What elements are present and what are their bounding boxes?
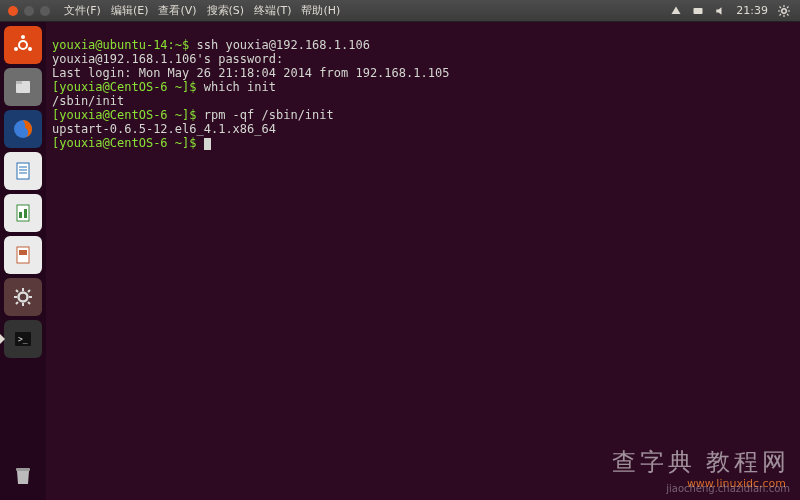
prompt-remote-2: [youxia@CentOS-6 ~]$ (52, 108, 197, 122)
watermark-large: 查字典 教程网 (612, 446, 790, 478)
launcher-writer[interactable] (4, 152, 42, 190)
cursor-icon (204, 138, 211, 150)
app-menus: 文件(F) 编辑(E) 查看(V) 搜索(S) 终端(T) 帮助(H) (58, 3, 340, 18)
menu-view[interactable]: 查看(V) (158, 3, 196, 18)
maximize-icon[interactable] (40, 6, 50, 16)
out-rpm: upstart-0.6.5-12.el6_4.1.x86_64 (52, 122, 276, 136)
cmd-which: which init (197, 80, 276, 94)
cmd-ssh: ssh youxia@192.168.1.106 (189, 38, 370, 52)
svg-rect-9 (17, 163, 29, 179)
cmd-rpm: rpm -qf /sbin/init (197, 108, 334, 122)
launcher-settings[interactable] (4, 278, 42, 316)
launcher-firefox[interactable] (4, 110, 42, 148)
svg-point-18 (19, 293, 28, 302)
system-tray: 21:39 (670, 4, 800, 17)
launcher-dash[interactable] (4, 26, 42, 64)
launcher-files[interactable] (4, 68, 42, 106)
svg-text:>_: >_ (18, 335, 28, 344)
svg-point-4 (14, 47, 18, 51)
minimize-icon[interactable] (24, 6, 34, 16)
close-icon[interactable] (8, 6, 18, 16)
password-prompt: youxia@192.168.1.106's password: (52, 52, 283, 66)
watermark-small: jiaocheng.chazidian.com (666, 483, 790, 494)
svg-point-2 (19, 41, 27, 49)
menu-file[interactable]: 文件(F) (64, 3, 101, 18)
window-controls (0, 6, 58, 16)
launcher-trash[interactable] (4, 456, 42, 494)
menu-help[interactable]: 帮助(H) (301, 3, 340, 18)
menu-edit[interactable]: 编辑(E) (111, 3, 149, 18)
out-which: /sbin/init (52, 94, 124, 108)
svg-point-3 (21, 35, 25, 39)
svg-rect-21 (16, 468, 30, 471)
gear-icon[interactable] (778, 5, 790, 17)
launcher-impress[interactable] (4, 236, 42, 274)
last-login: Last login: Mon May 26 21:18:04 2014 fro… (52, 66, 449, 80)
prompt-remote-3: [youxia@CentOS-6 ~]$ (52, 136, 197, 150)
top-menubar: 文件(F) 编辑(E) 查看(V) 搜索(S) 终端(T) 帮助(H) 21:3… (0, 0, 800, 22)
network-icon[interactable] (670, 5, 682, 17)
sound-icon[interactable] (714, 5, 726, 17)
prompt-remote-1: [youxia@CentOS-6 ~]$ (52, 80, 197, 94)
svg-rect-17 (19, 250, 27, 255)
cmd-empty (197, 136, 204, 150)
launcher-calc[interactable] (4, 194, 42, 232)
menu-search[interactable]: 搜索(S) (207, 3, 245, 18)
keyboard-icon[interactable] (692, 5, 704, 17)
launcher-terminal[interactable]: >_ (4, 320, 42, 358)
clock[interactable]: 21:39 (736, 4, 768, 17)
svg-rect-15 (24, 209, 27, 218)
unity-launcher: >_ (0, 22, 46, 500)
terminal-body[interactable]: youxia@ubuntu-14:~$ ssh youxia@192.168.1… (46, 22, 800, 500)
svg-rect-13 (17, 205, 29, 221)
svg-rect-7 (16, 81, 22, 84)
svg-rect-0 (694, 8, 703, 14)
svg-rect-14 (19, 212, 22, 218)
svg-point-1 (782, 8, 787, 13)
svg-point-5 (28, 47, 32, 51)
menu-terminal[interactable]: 终端(T) (254, 3, 291, 18)
prompt-local: youxia@ubuntu-14:~$ (52, 38, 189, 52)
